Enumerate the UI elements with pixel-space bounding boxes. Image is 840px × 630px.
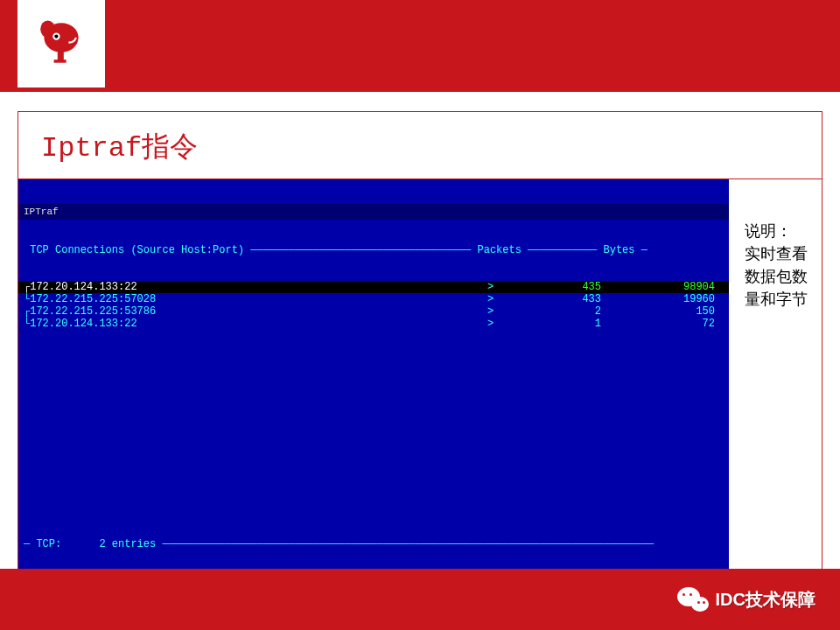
terminal-app-name: IPTraf	[18, 204, 729, 220]
tcp-row: └172.22.215.225:57028>43319960	[18, 293, 729, 305]
page-title: Iptraf指令	[18, 112, 822, 179]
card-body: IPTraf TCP Connections (Source Host:Port…	[18, 179, 822, 630]
tcp-rows: ┌172.20.124.133:22>43598904└172.22.215.2…	[18, 281, 729, 330]
footer-text: IDC技术保障	[716, 588, 816, 612]
terminal-header: TCP Connections (Source Host:Port) ─────…	[18, 244, 729, 256]
tcp-row: ┌172.20.124.133:22>43598904	[18, 281, 729, 293]
content-card: Iptraf指令 IPTraf TCP Connections (Source …	[18, 111, 822, 630]
header-bar	[0, 0, 840, 92]
tcp-row: └172.20.124.133:22>172	[18, 318, 729, 330]
svg-point-3	[54, 35, 58, 38]
tcp-row: ┌172.22.215.225:53786>2150	[18, 305, 729, 318]
tcp-summary: ─ TCP: 2 entries ───────────────────────…	[18, 536, 729, 552]
description: 说明：实时查看数据包数量和字节	[729, 179, 822, 311]
iptraf-terminal: IPTraf TCP Connections (Source Host:Port…	[18, 179, 729, 630]
jd-logo	[18, 0, 105, 88]
svg-point-1	[40, 20, 55, 38]
wechat-icon	[677, 584, 709, 615]
spacer	[18, 354, 729, 512]
svg-rect-5	[54, 60, 66, 63]
footer-bar: IDC技术保障	[0, 569, 840, 630]
